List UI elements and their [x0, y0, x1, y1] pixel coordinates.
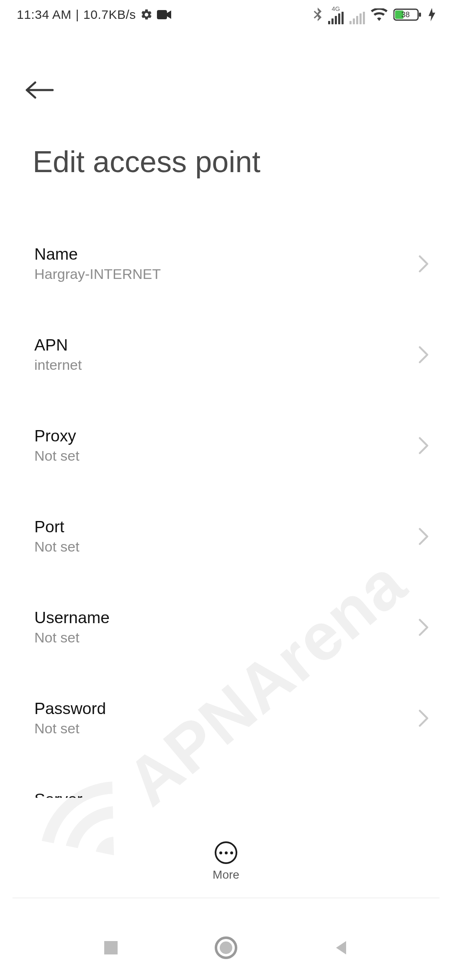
status-time: 11:34 AM	[17, 8, 72, 22]
chevron-right-icon	[418, 437, 429, 454]
setting-item-proxy[interactable]: Proxy Not set	[0, 410, 452, 481]
svg-rect-5	[104, 941, 118, 954]
more-button[interactable]: More	[0, 841, 452, 882]
more-label: More	[213, 868, 239, 882]
setting-label: Password	[34, 699, 410, 718]
setting-label: Port	[34, 518, 410, 536]
gear-icon	[140, 8, 153, 21]
status-right: 4G . 38	[313, 5, 435, 24]
status-separator: |	[76, 8, 79, 22]
setting-value: Not set	[34, 539, 410, 555]
setting-label: Name	[34, 245, 410, 263]
chevron-right-icon	[418, 255, 429, 273]
signal-1-label: 4G	[331, 5, 340, 12]
setting-value: internet	[34, 357, 410, 373]
setting-value: Hargray-INTERNET	[34, 266, 410, 282]
more-icon	[215, 841, 237, 864]
setting-item-port[interactable]: Port Not set	[0, 501, 452, 572]
camera-icon	[157, 9, 172, 20]
status-speed: 10.7KB/s	[83, 8, 136, 22]
svg-point-7	[220, 941, 232, 954]
separator	[13, 897, 439, 898]
setting-item-apn[interactable]: APN internet	[0, 319, 452, 390]
bluetooth-icon	[313, 8, 322, 22]
setting-item-name[interactable]: Name Hargray-INTERNET	[0, 228, 452, 299]
arrow-left-icon	[24, 80, 54, 100]
chevron-right-icon	[418, 709, 429, 727]
setting-value: Not set	[34, 629, 410, 646]
svg-text:38: 38	[401, 10, 410, 19]
signal-bars-1-icon	[328, 13, 344, 24]
nav-home-button[interactable]	[214, 936, 238, 961]
settings-list: Name Hargray-INTERNET APN internet Proxy…	[0, 228, 452, 798]
setting-value: Not set	[34, 720, 410, 737]
nav-back-button[interactable]	[332, 939, 350, 959]
nav-bar	[0, 917, 452, 980]
chevron-right-icon	[418, 619, 429, 636]
setting-label: Proxy	[34, 427, 410, 445]
back-button[interactable]	[24, 77, 62, 103]
battery-icon: 38	[393, 8, 423, 21]
chevron-right-icon	[418, 346, 429, 364]
nav-recent-button[interactable]	[102, 939, 120, 959]
chevron-right-icon	[418, 528, 429, 545]
signal-2-block: .	[349, 5, 365, 24]
svg-rect-0	[157, 10, 167, 19]
setting-label: Username	[34, 609, 410, 627]
setting-label: APN	[34, 336, 410, 354]
signal-1-block: 4G	[328, 5, 344, 24]
setting-label: Server	[34, 790, 410, 798]
charging-icon	[429, 8, 435, 21]
setting-item-server[interactable]: Server Not set	[0, 774, 452, 798]
status-left: 11:34 AM | 10.7KB/s	[17, 8, 172, 22]
svg-rect-4	[419, 13, 421, 17]
setting-item-username[interactable]: Username Not set	[0, 592, 452, 663]
setting-item-password[interactable]: Password Not set	[0, 683, 452, 753]
status-bar: 11:34 AM | 10.7KB/s 4G .	[0, 0, 452, 29]
signal-bars-2-icon	[349, 13, 365, 24]
page-title: Edit access point	[33, 144, 260, 179]
wifi-icon	[371, 8, 388, 21]
setting-value: Not set	[34, 448, 410, 464]
